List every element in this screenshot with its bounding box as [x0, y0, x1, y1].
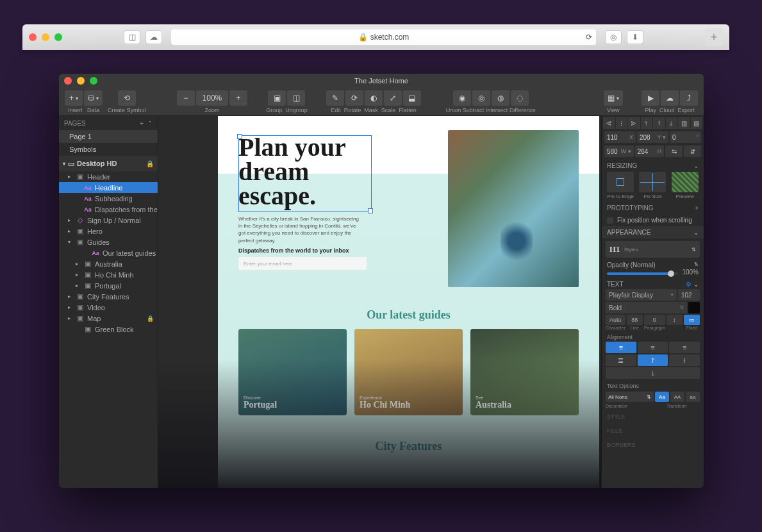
play-button[interactable]: ▶: [642, 90, 659, 106]
decoration-select[interactable]: All None⇅: [606, 392, 654, 402]
page-row[interactable]: Symbols: [59, 143, 158, 156]
line-spacing-input[interactable]: 88: [627, 315, 643, 325]
zoom-in-button[interactable]: +: [229, 90, 247, 106]
safari-sidebar-button[interactable]: ◫: [124, 30, 140, 44]
paragraph-spacing-input[interactable]: 0: [644, 315, 665, 325]
add-prototype-button[interactable]: +: [695, 204, 699, 212]
edit-button[interactable]: ✎: [326, 90, 344, 106]
safari-close[interactable]: [29, 33, 37, 41]
layer-row[interactable]: ▸▣City Features: [59, 291, 158, 302]
safari-downloads-button[interactable]: ⬇: [627, 30, 643, 44]
flatten-button[interactable]: ⬓: [403, 90, 421, 106]
transform-upper-button[interactable]: AA: [670, 392, 684, 402]
guide-card[interactable]: DiscoverPortugal: [238, 329, 347, 415]
city-features-title[interactable]: City Features: [375, 440, 442, 453]
guides-title[interactable]: Our latest guides: [367, 308, 451, 322]
layer-row[interactable]: ▸▣Header: [59, 171, 158, 182]
font-family-select[interactable]: Playfair Display▾: [606, 289, 677, 301]
flip-v-button[interactable]: ⇵: [684, 145, 701, 157]
intersect-button[interactable]: ◍: [492, 90, 509, 106]
create-symbol-button[interactable]: ⟲: [118, 90, 136, 106]
align-right-button[interactable]: ⫸: [628, 117, 640, 129]
pin-to-edge-control[interactable]: [607, 172, 634, 192]
text-align-justify-button[interactable]: ≣: [606, 354, 636, 366]
text-align-right-button[interactable]: ≡: [669, 342, 700, 353]
artboard-header[interactable]: ▾▭Desktop HD🔒: [59, 156, 158, 171]
guide-card[interactable]: ExperienceHo Chi Minh: [354, 329, 463, 415]
sketch-minimize[interactable]: [77, 77, 85, 85]
layer-row[interactable]: ▸▣Portugal: [59, 280, 158, 291]
font-size-input[interactable]: 102: [678, 289, 700, 301]
layer-row[interactable]: ▸▣Australia: [59, 258, 158, 269]
layer-row[interactable]: ▸▣Ho Chi Minh: [59, 269, 158, 280]
collapse-pages-button[interactable]: ⌃: [147, 120, 153, 127]
w-input[interactable]: 580W ▾: [604, 145, 634, 157]
layer-row[interactable]: AaDispatches from the: [59, 204, 158, 215]
zoom-out-button[interactable]: −: [177, 90, 195, 106]
view-button[interactable]: ▦: [604, 90, 623, 106]
chevron-down-icon[interactable]: ⌄: [693, 281, 699, 288]
email-input[interactable]: Enter your email here: [238, 257, 367, 270]
layer-row[interactable]: ▸◇Sign Up / Normal: [59, 215, 158, 226]
ungroup-button[interactable]: ◫: [287, 90, 305, 106]
guide-card[interactable]: SeeAustralia: [470, 329, 579, 415]
zoom-value[interactable]: 100%: [196, 90, 228, 106]
layer-row[interactable]: ▾▣Guides: [59, 237, 158, 247]
canvas[interactable]: Plan your dream escape. Whether it's a c…: [158, 116, 601, 488]
reload-icon[interactable]: ⟳: [586, 33, 592, 42]
text-box-fixed-button[interactable]: ▭: [684, 315, 700, 325]
difference-button[interactable]: ◌: [511, 90, 529, 106]
text-box-auto-button[interactable]: ↕: [667, 315, 683, 325]
export-button[interactable]: ⤴: [680, 90, 698, 106]
group-button[interactable]: ▣: [268, 90, 286, 106]
x-input[interactable]: 110X: [604, 131, 636, 143]
add-page-button[interactable]: +: [140, 120, 144, 127]
rotate-button[interactable]: ⟳: [345, 90, 363, 106]
vertical-align-middle-button[interactable]: ⫲: [669, 354, 700, 366]
dispatches-label[interactable]: Dispatches from the world to your inbox: [238, 247, 349, 254]
y-input[interactable]: 208Y ▾: [637, 131, 668, 143]
flip-h-button[interactable]: ⇋: [665, 145, 683, 157]
distribute-v-button[interactable]: ▤: [691, 117, 703, 129]
layer-row[interactable]: AaHeadline: [59, 182, 158, 193]
safari-cloud-button[interactable]: ☁: [145, 30, 162, 44]
opacity-slider[interactable]: [607, 272, 678, 275]
chevron-down-icon[interactable]: ⌄: [693, 229, 699, 236]
safari-minimize[interactable]: [42, 33, 49, 41]
layer-row[interactable]: ▸▣Video: [59, 302, 158, 313]
vertical-align-bottom-button[interactable]: ⫰: [606, 367, 700, 379]
union-button[interactable]: ◉: [453, 90, 471, 106]
text-align-left-button[interactable]: ≡: [606, 342, 636, 353]
h-input[interactable]: 264H: [635, 145, 665, 157]
layer-row[interactable]: AaSubheading: [59, 193, 158, 204]
text-align-center-button[interactable]: ≡: [638, 342, 668, 353]
angle-input[interactable]: 0°: [670, 131, 701, 143]
transform-none-button[interactable]: Aa: [655, 392, 669, 402]
layer-row[interactable]: AaOur latest guides: [59, 247, 158, 258]
character-spacing-input[interactable]: Auto: [606, 315, 625, 325]
lock-icon[interactable]: 🔒: [146, 160, 154, 167]
layer-row[interactable]: ▸▣Hero: [59, 226, 158, 237]
scale-button[interactable]: ⤢: [384, 90, 402, 106]
data-button[interactable]: ⛁: [84, 90, 103, 106]
sketch-close[interactable]: [64, 77, 72, 85]
subtract-button[interactable]: ◎: [472, 90, 490, 106]
font-weight-select[interactable]: Bold⇅: [606, 302, 687, 313]
text-color-swatch[interactable]: [688, 302, 700, 313]
transform-lower-button[interactable]: aa: [686, 392, 700, 402]
page-row[interactable]: Page 1: [59, 130, 158, 143]
align-vcenter-button[interactable]: ⫲: [653, 117, 665, 129]
new-tab-button[interactable]: +: [705, 28, 723, 46]
layer-row[interactable]: ▸▣Map🔒: [59, 313, 158, 324]
text-style-select[interactable]: H1Styles⇅: [606, 241, 700, 258]
cloud-button[interactable]: ☁: [661, 90, 679, 106]
layer-row[interactable]: ▣Green Block: [59, 324, 158, 335]
fix-size-control[interactable]: [639, 172, 666, 192]
distribute-h-button[interactable]: ▥: [678, 117, 690, 129]
vertical-align-top-button[interactable]: ⫯: [638, 354, 668, 366]
gear-icon[interactable]: ⚙: [686, 281, 692, 288]
align-bottom-button[interactable]: ⫰: [666, 117, 678, 129]
align-left-button[interactable]: ⫷: [603, 117, 615, 129]
chevron-down-icon[interactable]: ⌄: [693, 162, 699, 169]
sketch-maximize[interactable]: [90, 77, 97, 85]
